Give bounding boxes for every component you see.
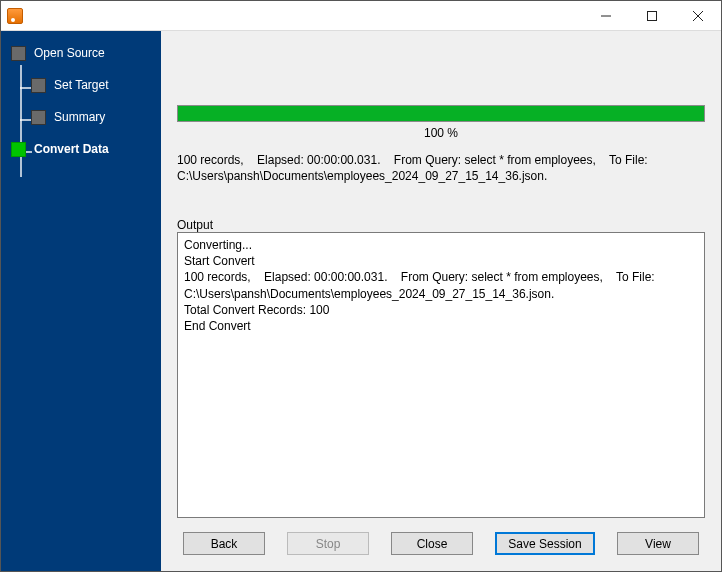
step-label: Set Target — [54, 78, 108, 92]
svg-rect-0 — [648, 11, 657, 20]
app-window: Open Source Set Target Summary Convert D… — [0, 0, 722, 572]
output-label: Output — [177, 218, 705, 232]
view-button[interactable]: View — [617, 532, 699, 555]
step-icon — [31, 78, 46, 93]
progress-bar-fill — [178, 106, 704, 121]
button-row: Back Stop Close Save Session View — [177, 518, 705, 561]
progress-label: 100 % — [177, 126, 705, 140]
minimize-button[interactable] — [583, 1, 629, 31]
wizard-step-convert-data[interactable]: Convert Data — [1, 137, 161, 161]
step-label: Summary — [54, 110, 105, 124]
content-panel: 100 % 100 records, Elapsed: 00:00:00.031… — [161, 31, 721, 571]
wizard-step-set-target[interactable]: Set Target — [1, 73, 161, 97]
summary-text: 100 records, Elapsed: 00:00:00.031. From… — [177, 152, 705, 204]
progress-bar — [177, 105, 705, 122]
wizard-step-open-source[interactable]: Open Source — [1, 41, 161, 65]
step-icon — [11, 142, 26, 157]
step-icon — [31, 110, 46, 125]
titlebar[interactable] — [1, 1, 721, 31]
step-label: Convert Data — [34, 142, 109, 156]
stop-button: Stop — [287, 532, 369, 555]
maximize-button[interactable] — [629, 1, 675, 31]
wizard-step-summary[interactable]: Summary — [1, 105, 161, 129]
save-session-button[interactable]: Save Session — [495, 532, 595, 555]
app-icon — [7, 8, 23, 24]
wizard-sidebar: Open Source Set Target Summary Convert D… — [1, 31, 161, 571]
step-icon — [11, 46, 26, 61]
close-button[interactable]: Close — [391, 532, 473, 555]
step-label: Open Source — [34, 46, 105, 60]
back-button[interactable]: Back — [183, 532, 265, 555]
close-window-button[interactable] — [675, 1, 721, 31]
output-textarea[interactable]: Converting... Start Convert 100 records,… — [177, 232, 705, 518]
